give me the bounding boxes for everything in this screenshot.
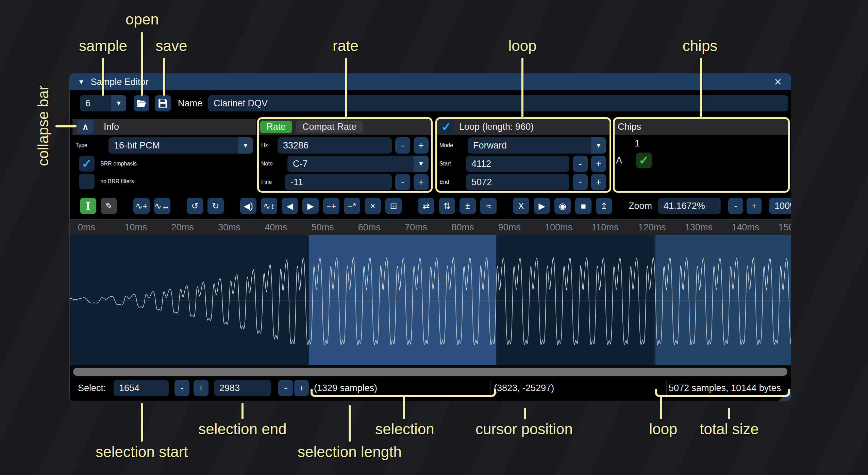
loop-end-input[interactable]: 5072 [466, 174, 569, 190]
edit-draw-button[interactable]: ✎ [101, 198, 117, 214]
crossfade-loop-button[interactable]: X [513, 198, 529, 214]
chips-section: Chips 1 A ✓ [614, 119, 788, 193]
folder-open-icon [136, 99, 147, 108]
redo-icon: ↻ [212, 201, 219, 211]
zoom-reset-button[interactable]: 100% [769, 198, 791, 214]
chevron-down-icon[interactable]: ▼ [238, 137, 253, 154]
tab-compat-rate[interactable]: Compat Rate [296, 121, 363, 133]
timeline-label: 100ms [545, 219, 572, 235]
save-button[interactable] [155, 95, 171, 111]
selection-start-value: 1654 [119, 383, 139, 393]
apply-silence-button[interactable]: −* [344, 198, 360, 214]
zoom-in-button[interactable]: + [747, 198, 762, 214]
loop-enable-checkbox[interactable]: ✓ [439, 120, 454, 134]
timeline-ruler[interactable]: 0ms10ms20ms30ms40ms50ms60ms70ms80ms90ms1… [70, 219, 791, 235]
reverse-button[interactable]: ⇄ [418, 198, 434, 214]
waveform-view[interactable] [70, 235, 791, 365]
loop-start-plus-button[interactable]: + [591, 156, 606, 172]
note-dropdown[interactable]: C-7 ▼ [287, 156, 429, 172]
sample-select-combo[interactable]: 6 ▼ [80, 95, 126, 111]
stop-button[interactable]: ■ [575, 198, 591, 214]
resample-button[interactable]: ∿↔ [154, 198, 170, 214]
fine-minus-button[interactable]: - [395, 174, 410, 190]
normalize-icon: ∿↕ [263, 201, 274, 211]
waveform-canvas [70, 235, 791, 365]
invert-button[interactable]: ⇅ [439, 198, 455, 214]
chevron-up-icon: ∧ [82, 122, 88, 132]
fade-in-icon: ◀ [286, 201, 293, 211]
redo-button[interactable]: ↻ [207, 198, 224, 214]
zoom-out-button[interactable]: - [728, 198, 743, 214]
signed-unsigned-button[interactable]: ± [460, 198, 476, 214]
loop-start-label: Start [439, 161, 466, 167]
preview-loop-button[interactable]: ◉ [554, 198, 571, 214]
selection-start-input[interactable]: 1654 [114, 380, 169, 396]
selection-start-minus-button[interactable]: - [174, 380, 189, 396]
loop-end-plus-button[interactable]: + [591, 174, 606, 190]
selection-end-minus-button[interactable]: - [278, 380, 293, 396]
chevron-down-icon[interactable]: ▼ [111, 95, 126, 111]
zoom-input[interactable]: 41.1672% [658, 198, 721, 214]
loop-mode-dropdown[interactable]: Forward ▼ [468, 137, 606, 154]
type-dropdown[interactable]: 16-bit PCM ▼ [108, 137, 253, 154]
timeline-label: 0ms [78, 219, 95, 235]
annotation-line [349, 405, 351, 442]
selection-end-plus-button[interactable]: + [294, 380, 309, 396]
floppy-save-icon [158, 99, 168, 108]
chip-a-checkbox[interactable]: ✓ [636, 153, 652, 168]
preview-button[interactable]: ▶ [534, 198, 550, 214]
insert-silence-icon: −+ [326, 201, 336, 211]
brr-emphasis-checkbox[interactable]: ✓ [79, 156, 95, 172]
collapse-bar-button[interactable]: ∧ [77, 120, 94, 134]
resize-icon: ∿+ [135, 201, 148, 211]
edit-select-button[interactable]: I [80, 198, 96, 214]
resize-grip[interactable] [779, 389, 791, 401]
loop-start-minus-button[interactable]: - [573, 156, 588, 172]
collapse-window-icon[interactable]: ▼ [78, 78, 85, 86]
page: ▼ Sample Editor × 6 ▼ Name Clarinet DQV [0, 0, 868, 475]
loop-end-minus-button[interactable]: - [573, 174, 588, 190]
apply-filter-button[interactable]: ≈ [480, 198, 497, 214]
selection-end-input[interactable]: 2983 [214, 380, 271, 396]
insert-silence-button[interactable]: −+ [323, 198, 339, 214]
toolbar-icons: I✎∿+∿↔↺↻◀)∿↕◀▶−+−*×⊡⇄⇅±≈X▶◉■↥ [80, 198, 629, 214]
chevron-down-icon[interactable]: ▼ [591, 137, 606, 154]
open-button[interactable] [134, 95, 149, 111]
resize-button[interactable]: ∿+ [133, 198, 150, 214]
status-divider [490, 381, 491, 398]
wavetable-upload-button[interactable]: ↥ [596, 198, 612, 214]
fine-input[interactable]: -11 [285, 174, 392, 190]
selection-start-plus-button[interactable]: + [194, 380, 208, 396]
scrollbar-thumb[interactable] [73, 368, 787, 376]
close-icon[interactable]: × [771, 74, 785, 90]
loop-header: ✓ Loop (length: 960) [437, 119, 609, 135]
waveform-scrollbar[interactable] [70, 365, 791, 378]
type-label: Type [76, 142, 108, 148]
fade-out-button[interactable]: ▶ [302, 198, 319, 214]
resample-icon: ∿↔ [154, 201, 170, 211]
amplify-button[interactable]: ◀) [240, 198, 256, 214]
rate-header: Rate Compat Rate [258, 119, 431, 135]
tab-rate[interactable]: Rate [260, 121, 292, 133]
hz-plus-button[interactable]: + [414, 137, 429, 154]
timeline-label: 120ms [638, 219, 666, 235]
fine-label: Fine [261, 179, 285, 185]
chevron-down-icon[interactable]: ▼ [414, 156, 429, 172]
no-brr-filters-checkbox[interactable]: ✓ [79, 174, 95, 189]
annotation-line [728, 408, 730, 419]
trim-button[interactable]: ⊡ [385, 198, 402, 214]
loop-start-input[interactable]: 4112 [466, 156, 569, 172]
normalize-button[interactable]: ∿↕ [261, 198, 277, 214]
edit-draw-icon: ✎ [105, 201, 113, 211]
name-input[interactable]: Clarinet DQV [208, 95, 788, 111]
fine-plus-button[interactable]: + [414, 174, 429, 190]
fade-in-button[interactable]: ◀ [282, 198, 298, 214]
hz-minus-button[interactable]: - [395, 137, 410, 154]
hz-input[interactable]: 33286 [278, 137, 392, 154]
timeline-label: 80ms [451, 219, 474, 235]
titlebar[interactable]: ▼ Sample Editor × [70, 74, 791, 90]
delete-button[interactable]: × [365, 198, 381, 214]
mode-label: Mode [439, 142, 468, 148]
undo-button[interactable]: ↺ [187, 198, 203, 214]
annotation-save: save [156, 37, 187, 54]
